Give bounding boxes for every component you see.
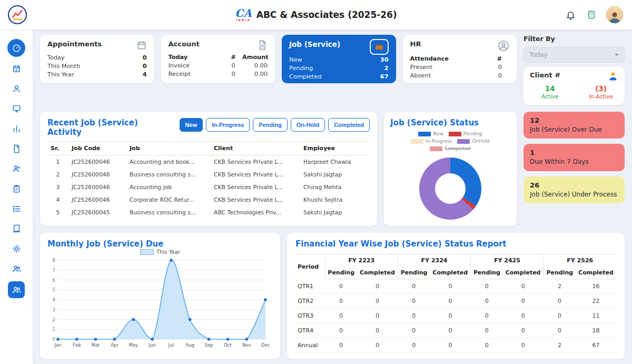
legend-item-onhold[interactable]: OnHold bbox=[457, 139, 489, 144]
filter-by-select[interactable]: Today bbox=[524, 47, 625, 63]
sidebar-item-documents[interactable] bbox=[8, 140, 25, 157]
monthly-line-chart[interactable]: 012345678JanFebMarAprMayJunJulAugSepOctN… bbox=[47, 256, 271, 349]
svg-text:6: 6 bbox=[53, 278, 55, 283]
appointments-row: Today0 bbox=[47, 54, 147, 61]
table-row[interactable]: 1JC252600046Accounting and book...CKB Se… bbox=[47, 155, 370, 169]
sidebar bbox=[0, 29, 33, 364]
account-row: Receipt 0 0.00 bbox=[169, 71, 268, 77]
book-icon bbox=[12, 224, 21, 233]
legend-item-completed[interactable]: Completed bbox=[430, 146, 470, 151]
svg-text:Dec: Dec bbox=[261, 342, 270, 348]
briefcase-icon bbox=[370, 39, 389, 55]
svg-text:5: 5 bbox=[53, 287, 55, 292]
company-logo[interactable] bbox=[7, 5, 27, 25]
legend-item-inprogress[interactable]: In-Progress bbox=[411, 139, 452, 144]
sidebar-item-appointments[interactable] bbox=[8, 60, 25, 77]
this-year-swatch bbox=[140, 249, 154, 255]
fy-table-row: QTR2 00 00 00 022 bbox=[295, 294, 616, 309]
account-title: Account bbox=[169, 40, 200, 48]
recent-activity-title: Recent Job (Service) Activity bbox=[47, 118, 140, 137]
client-title: Client # bbox=[530, 71, 560, 79]
page-title: ABC & Associates (2025-26) bbox=[256, 9, 397, 20]
gear-icon bbox=[12, 244, 21, 253]
filter-completed-button[interactable]: Completed bbox=[328, 118, 370, 132]
fy-report-panel: Financial Year Wise Job (Service) Status… bbox=[287, 233, 625, 359]
client-active-stat: 14 Active bbox=[541, 84, 558, 100]
hr-card[interactable]: HR Attendance# Present0 Absent0 bbox=[403, 35, 517, 83]
client-person-icon bbox=[608, 71, 618, 84]
job-service-card[interactable]: Job (Service) New30 Pending2 Completed67 bbox=[282, 35, 396, 83]
bar-chart-icon bbox=[12, 124, 21, 133]
calendar-check-icon bbox=[12, 64, 21, 73]
sidebar-item-dashboard[interactable] bbox=[7, 39, 25, 57]
ca-logo-subtext: INDIA bbox=[236, 19, 251, 22]
line-chart-legend[interactable]: This Year bbox=[47, 249, 273, 255]
appointments-card[interactable]: Appointments Today0 This Month0 This Yea… bbox=[40, 35, 154, 83]
sidebar-item-teams[interactable] bbox=[8, 260, 25, 277]
avatar-person-icon bbox=[608, 11, 621, 23]
table-row[interactable]: 2JC252600046Business consulting s...CKB … bbox=[47, 168, 370, 181]
sidebar-item-groups[interactable] bbox=[8, 281, 25, 298]
filter-pending-button[interactable]: Pending bbox=[253, 118, 287, 132]
svg-text:7: 7 bbox=[53, 268, 55, 273]
client-card[interactable]: Client # 14 Active (3) In-Active bbox=[524, 67, 625, 105]
svg-text:May: May bbox=[129, 342, 139, 348]
users-icon bbox=[12, 264, 21, 273]
donut-legend: New Pending In-Progress OnHold Completed bbox=[404, 131, 497, 151]
client-inactive-stat: (3) In-Active bbox=[589, 84, 613, 100]
company-logo-icon bbox=[7, 5, 27, 25]
sidebar-item-checklist[interactable] bbox=[8, 200, 25, 217]
overdue-badge[interactable]: 12 Job (Service) Over Due bbox=[524, 112, 625, 139]
user-icon bbox=[12, 84, 21, 93]
filter-new-button[interactable]: New bbox=[180, 118, 203, 132]
ca-india-logo: CA INDIA bbox=[235, 8, 251, 22]
table-row[interactable]: 4JC252600046Corporate ROC Retur...CKB Se… bbox=[47, 193, 370, 206]
monitor-icon bbox=[12, 104, 21, 113]
due-7-days-badge[interactable]: 1 Due Within 7 Days bbox=[524, 144, 625, 171]
user-avatar[interactable] bbox=[606, 6, 624, 24]
sidebar-item-tasks[interactable] bbox=[8, 180, 25, 197]
fy-table-row: QTR3 00 00 00 011 bbox=[295, 309, 616, 323]
svg-text:Aug: Aug bbox=[185, 342, 194, 348]
svg-text:Jun: Jun bbox=[148, 342, 155, 348]
table-row[interactable]: 3JC252600046Accounting JobCKB Services P… bbox=[47, 181, 370, 193]
hr-header-row: Attendance# bbox=[410, 55, 510, 62]
job-status-panel: Job (Service) Status New Pending In-Prog… bbox=[384, 112, 517, 226]
svg-text:Sep: Sep bbox=[204, 342, 213, 348]
sidebar-item-settings[interactable] bbox=[8, 240, 25, 257]
job-status-title: Job (Service) Status bbox=[390, 118, 510, 127]
fy-table-row: Annual 00 00 00 267 bbox=[295, 338, 616, 353]
sidebar-item-clients[interactable] bbox=[8, 80, 25, 97]
job-service-title: Job (Service) bbox=[289, 40, 340, 48]
calculator-icon[interactable] bbox=[585, 8, 598, 22]
ca-logo-text: CA bbox=[235, 8, 251, 18]
users-group-icon bbox=[12, 286, 21, 294]
job-row: New30 bbox=[289, 56, 389, 63]
job-filter-buttons: New In-Progress Pending On-Hold Complete… bbox=[180, 118, 370, 132]
filter-onhold-button[interactable]: On-Hold bbox=[291, 118, 325, 132]
legend-item-pending[interactable]: Pending bbox=[449, 131, 482, 136]
hr-person-icon bbox=[498, 40, 509, 54]
account-row: Invoice 0 0.00 bbox=[169, 62, 268, 69]
recent-activity-panel: Recent Job (Service) Activity New In-Pro… bbox=[40, 112, 377, 226]
account-card[interactable]: Account Today # Amount Invoice 0 0.00 Re… bbox=[161, 35, 275, 83]
user-plus-icon bbox=[12, 164, 21, 173]
svg-text:2: 2 bbox=[53, 317, 55, 322]
donut-chart[interactable] bbox=[419, 158, 481, 220]
monthly-due-panel: Monthly Job (Service) Due This Year 0123… bbox=[40, 233, 280, 359]
fy-report-title: Financial Year Wise Job (Service) Status… bbox=[295, 239, 616, 249]
sidebar-item-ledger[interactable] bbox=[8, 220, 25, 237]
legend-item-new[interactable]: New bbox=[418, 131, 443, 136]
svg-text:Mar: Mar bbox=[92, 342, 101, 348]
hr-title: HR bbox=[410, 40, 421, 48]
sidebar-item-presentation[interactable] bbox=[8, 100, 25, 117]
sidebar-item-employees[interactable] bbox=[8, 160, 25, 177]
table-row[interactable]: 5JC252600045Business consulting s...ABC … bbox=[47, 206, 370, 219]
svg-text:Jan: Jan bbox=[54, 342, 61, 348]
filter-inprogress-button[interactable]: In-Progress bbox=[206, 118, 250, 132]
under-process-badge[interactable]: 26 Job (Service) Under Process bbox=[524, 176, 625, 203]
sidebar-item-reports[interactable] bbox=[8, 120, 25, 137]
svg-text:0: 0 bbox=[53, 337, 55, 342]
notification-bell-icon[interactable] bbox=[564, 8, 577, 22]
hr-row: Absent0 bbox=[410, 72, 510, 79]
